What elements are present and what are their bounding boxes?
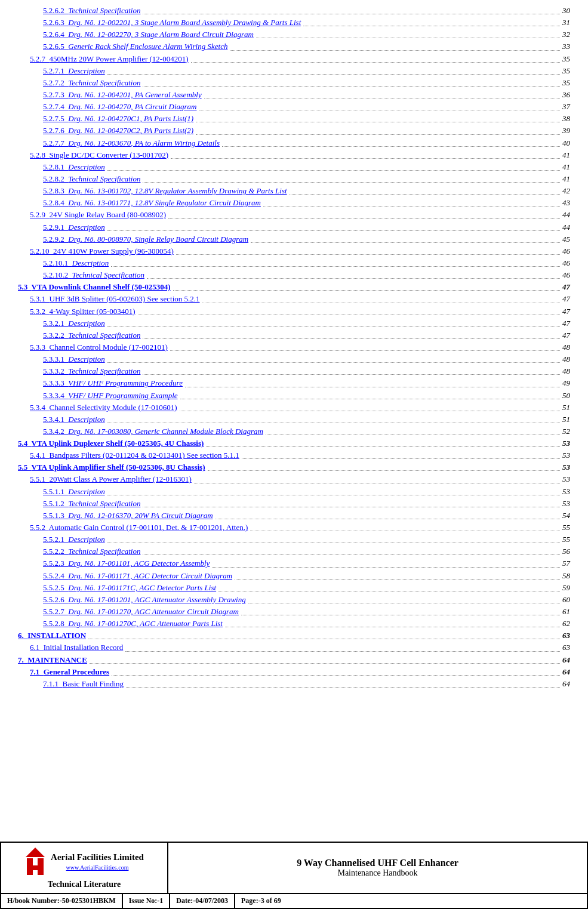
toc-link[interactable]: 5.4.1 Bandpass Filters (02-011204 & 02-0… — [30, 449, 239, 461]
toc-link[interactable]: 5.2.8.4 Drg. Nō. 13-001771, 12.8V Single… — [43, 197, 261, 209]
toc-link[interactable]: 5.3.4.2 Drg. Nō. 17-003080, Generic Chan… — [43, 426, 263, 437]
toc-link[interactable]: 5.5.2.1 Description — [43, 534, 105, 546]
toc-dots — [143, 507, 560, 507]
toc-link[interactable]: 5.5.2.6 Drg. Nō. 17-001201, AGC Attenuat… — [43, 594, 246, 606]
toc-link[interactable]: 7. MAINTENANCE — [18, 654, 87, 666]
svg-marker-0 — [26, 848, 45, 857]
toc-link[interactable]: 5.2.10.1 Description — [43, 257, 109, 269]
toc-link[interactable]: 5.2.7.1 Description — [43, 65, 105, 77]
toc-link[interactable]: 5.2.9.1 Description — [43, 221, 105, 233]
toc-dots — [173, 290, 560, 291]
toc-link[interactable]: 5.2.8.2 Technical Specification — [43, 173, 140, 185]
toc-dots — [196, 134, 560, 135]
toc-link[interactable]: 5.2.7.5 Drg. Nō. 12-004270C1, PA Parts L… — [43, 113, 193, 125]
toc-num: 5.2.6.4 — [43, 30, 68, 39]
toc-link[interactable]: 5.2.6.5 Generic Rack Shelf Enclosure Ala… — [43, 41, 227, 53]
toc-link[interactable]: 5.3.4 Channel Selectivity Module (17-010… — [30, 402, 177, 414]
toc-label: 450MHz 20W Power Amplifier (12-004201) — [50, 54, 189, 63]
toc-page: 48 — [562, 353, 570, 365]
toc-link[interactable]: 5.2.9 24V Single Relay Board (80-008902) — [30, 209, 166, 221]
toc-page: 62 — [562, 618, 570, 630]
toc-link[interactable]: 5.5.2.2 Technical Specification — [43, 546, 140, 557]
toc-label: 20Watt Class A Power Amplifier (12-01630… — [50, 474, 192, 483]
toc-link[interactable]: 5.5.2.4 Drg. Nō. 17-001171, AGC Detector… — [43, 570, 232, 582]
toc-link[interactable]: 5.2.6.4 Drg. Nō. 12-002270, 3 Stage Alar… — [43, 29, 254, 41]
toc-num: 5.2.8.2 — [43, 174, 68, 183]
issue-number: 1 — [159, 896, 163, 905]
toc-num: 7.1 — [30, 667, 44, 676]
toc-link[interactable]: 7.1 General Procedures — [30, 666, 109, 678]
toc-link[interactable]: 5.3.3.3 VHF/ UHF Programming Procedure — [43, 377, 183, 389]
toc-row: 5.5.2.2 Technical Specification56 — [18, 546, 570, 557]
toc-row: 5.2.10.2 Technical Specification46 — [18, 269, 570, 281]
toc-link[interactable]: 5.2.9.2 Drg. Nō. 80-008970, Single Relay… — [43, 233, 248, 245]
toc-label: Technical Specification — [68, 366, 140, 375]
toc-link[interactable]: 5.5.1.1 Description — [43, 486, 105, 498]
toc-link[interactable]: 5.3.2.2 Technical Specification — [43, 329, 140, 341]
toc-link[interactable]: 5.2.7.4 Drg. Nō. 12-004270, PA Circuit D… — [43, 101, 197, 113]
toc-link[interactable]: 5.2.8.3 Drg. Nō. 13-001702, 12.8V Regula… — [43, 185, 287, 197]
toc-link[interactable]: 5.2.7.7 Drg. Nō. 12-003670, PA to Alarm … — [43, 137, 220, 149]
toc-link[interactable]: 5.2.10 24V 410W Power Supply (96-300054) — [30, 245, 174, 257]
toc-page: 40 — [562, 137, 570, 149]
toc-link[interactable]: 5.5.2 Automatic Gain Control (17-001101,… — [30, 522, 248, 534]
toc-link[interactable]: 5.4 VTA Uplink Duplexer Shelf (50-025305… — [18, 437, 204, 449]
date-value: -04/07/2003 — [193, 896, 228, 905]
toc-dots — [107, 326, 560, 327]
toc-link[interactable]: 5.3.2.1 Description — [43, 318, 105, 329]
toc-page: 54 — [562, 510, 570, 522]
toc-link[interactable]: 5.3 VTA Downlink Channel Shelf (50-02530… — [18, 281, 171, 293]
toc-link[interactable]: 5.2.7 450MHz 20W Power Amplifier (12-004… — [30, 53, 189, 65]
company-website[interactable]: www.AerialFacilities.com — [66, 864, 129, 871]
toc-row: 5.4 VTA Uplink Duplexer Shelf (50-025305… — [18, 437, 570, 449]
toc-page: 53 — [562, 473, 570, 485]
toc-label: Technical Specification — [68, 174, 140, 183]
toc-dots — [143, 14, 560, 14]
toc-link[interactable]: 6. INSTALLATION — [18, 630, 86, 642]
toc-link[interactable]: 5.3.1 UHF 3dB Splitter (05-002603) See s… — [30, 293, 200, 305]
toc-link[interactable]: 5.2.7.2 Technical Specification — [43, 77, 140, 89]
toc-link[interactable]: 5.3.2 4-Way Splitter (05-003401) — [30, 306, 136, 318]
toc-link[interactable]: 5.5.1.3 Drg. Nō. 12-016370, 20W PA Circu… — [43, 510, 213, 522]
footer-right: 9 Way Channelised UHF Cell Enhancer Main… — [168, 843, 587, 893]
toc-row: 7. MAINTENANCE64 — [18, 654, 570, 666]
toc-label: Drg. Nō. 12-002201, 3 Stage Alarm Board … — [68, 18, 301, 27]
toc-page: 53 — [562, 498, 570, 510]
toc-link[interactable]: 7.1.1 Basic Fault Finding — [43, 678, 124, 690]
toc-link[interactable]: 5.2.10.2 Technical Specification — [43, 269, 144, 281]
toc-link[interactable]: 6.1 Initial Installation Record — [30, 642, 123, 654]
toc-link[interactable]: 5.5.2.7 Drg. Nō. 17-001270, AGC Attenuat… — [43, 606, 239, 618]
toc-num: 5.2.6.5 — [43, 42, 68, 51]
toc-num: 5.2.7.5 — [43, 114, 68, 123]
toc-link[interactable]: 5.2.7.6 Drg. Nō. 12-004270C2, PA Parts L… — [43, 125, 193, 137]
toc-link[interactable]: 5.2.6.2 Technical Specification — [43, 5, 140, 17]
toc-label: Automatic Gain Control (17-001101, Det. … — [49, 523, 248, 532]
toc-link[interactable]: 5.3.3 Channel Control Module (17-002101) — [30, 341, 168, 353]
toc-link[interactable]: 5.2.7.3 Drg. Nō. 12-004201, PA General A… — [43, 89, 202, 101]
toc-label: Drg. Nō. 13-001702, 12.8V Regulator Asse… — [68, 186, 287, 195]
toc-link[interactable]: 5.5.1 20Watt Class A Power Amplifier (12… — [30, 473, 192, 485]
toc-page: 35 — [562, 65, 570, 77]
toc-link[interactable]: 5.5.2.8 Drg. Nō. 17-001270C, AGC Attenua… — [43, 618, 223, 630]
toc-link[interactable]: 5.5.2.5 Drg. Nō. 17-001171C, AGC Detecto… — [43, 582, 216, 594]
toc-dots — [290, 194, 560, 195]
toc-link[interactable]: 5.3.3.4 VHF/ UHF Programming Example — [43, 390, 178, 402]
toc-dots — [107, 362, 560, 363]
toc-dots — [263, 206, 560, 207]
toc-link[interactable]: 5.3.4.1 Description — [43, 414, 105, 426]
toc-link[interactable]: 5.2.8 Single DC/DC Converter (13-001702) — [30, 149, 168, 161]
toc-link[interactable]: 5.2.8.1 Description — [43, 161, 105, 173]
toc-link[interactable]: 5.5 VTA Uplink Amplifier Shelf (50-02530… — [18, 461, 205, 473]
toc-link[interactable]: 5.3.3.2 Technical Specification — [43, 365, 140, 377]
toc-link[interactable]: 5.5.1.2 Technical Specification — [43, 498, 140, 510]
toc-link[interactable]: 5.5.2.3 Drg. Nō. 17-001101, ACG Detector… — [43, 557, 210, 569]
toc-page: 46 — [562, 245, 570, 257]
toc-num: 5.5.1.3 — [43, 511, 68, 520]
toc-dots — [251, 242, 560, 243]
toc-num: 5.2.9.1 — [43, 223, 68, 232]
toc-num: 5.5.1 — [30, 474, 50, 483]
toc-dots — [191, 62, 560, 63]
toc-page: 44 — [562, 221, 570, 233]
toc-link[interactable]: 5.2.6.3 Drg. Nō. 12-002201, 3 Stage Alar… — [43, 17, 301, 29]
toc-link[interactable]: 5.3.3.1 Description — [43, 353, 105, 365]
